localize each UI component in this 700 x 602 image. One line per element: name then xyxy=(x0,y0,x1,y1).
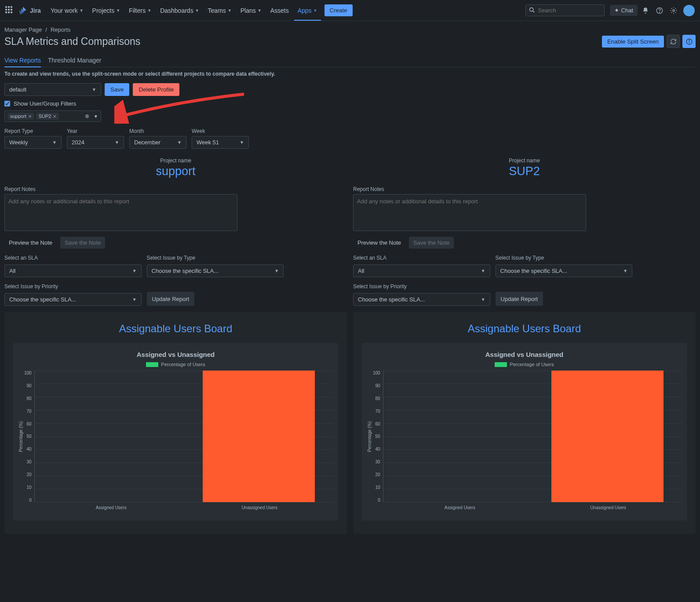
report-notes-input[interactable] xyxy=(353,194,586,231)
chevron-down-icon: ▼ xyxy=(94,114,98,119)
nav-filters[interactable]: Filters▼ xyxy=(125,4,155,17)
profile-select[interactable]: default▼ xyxy=(4,83,101,96)
help-icon[interactable] xyxy=(653,4,666,17)
tag-sup2: SUP2✕ xyxy=(36,113,59,120)
update-report-button[interactable]: Update Report xyxy=(147,292,195,306)
report-type-select[interactable]: Weekly▼ xyxy=(4,136,62,149)
search-box xyxy=(525,4,605,16)
user-avatar[interactable] xyxy=(683,5,695,16)
chevron-down-icon: ▼ xyxy=(228,8,232,13)
clear-tags-icon[interactable]: ⊗ xyxy=(85,113,89,119)
nav-projects[interactable]: Projects▼ xyxy=(89,4,124,17)
nav-teams[interactable]: Teams▼ xyxy=(204,4,235,17)
priority-select[interactable]: Choose the specific SLA...▼ xyxy=(353,293,490,306)
tab-threshold-manager[interactable]: Threshold Manager xyxy=(48,54,101,67)
issue-type-select[interactable]: Choose the specific SLA...▼ xyxy=(496,264,633,277)
jira-icon xyxy=(18,6,27,15)
breadcrumb: Manager Page / Reports xyxy=(4,26,696,33)
chevron-down-icon: ▼ xyxy=(195,8,199,13)
info-button[interactable] xyxy=(682,35,696,48)
year-label: Year xyxy=(67,128,124,134)
year-select[interactable]: 2024▼ xyxy=(67,136,124,149)
app-switcher-icon[interactable] xyxy=(5,6,14,15)
nav-apps[interactable]: Apps▼ xyxy=(294,0,321,21)
sla-label: Select an SLA xyxy=(353,255,490,261)
week-select[interactable]: Week 51▼ xyxy=(192,136,249,149)
chevron-down-icon: ▼ xyxy=(481,268,485,273)
create-button[interactable]: Create xyxy=(324,4,353,16)
nav-your-work[interactable]: Your work▼ xyxy=(47,4,87,17)
chart-bar xyxy=(203,371,315,502)
nav-dashboards[interactable]: Dashboards▼ xyxy=(157,4,202,17)
issue-type-select[interactable]: Choose the specific SLA...▼ xyxy=(147,264,284,277)
chevron-down-icon: ▼ xyxy=(623,268,627,273)
breadcrumb-parent[interactable]: Manager Page xyxy=(4,26,42,33)
save-note-button: Save the Note xyxy=(409,237,454,249)
project-label: Project name xyxy=(353,158,696,164)
project-name: support xyxy=(4,165,347,178)
search-input[interactable] xyxy=(525,4,605,16)
month-select[interactable]: December▼ xyxy=(129,136,186,149)
jira-logo[interactable]: Jira xyxy=(18,6,41,15)
update-report-button[interactable]: Update Report xyxy=(496,292,543,306)
show-filters-input[interactable] xyxy=(4,101,10,106)
sla-select[interactable]: All▼ xyxy=(4,264,142,277)
svg-point-4 xyxy=(673,10,674,11)
preview-note-button[interactable]: Preview the Note xyxy=(353,237,405,249)
tab-view-reports[interactable]: View Reports xyxy=(4,54,41,67)
week-label: Week xyxy=(192,128,249,134)
chevron-down-icon: ▼ xyxy=(274,268,279,273)
project-name: SUP2 xyxy=(353,165,696,178)
report-type-label: Report Type xyxy=(4,128,62,134)
enable-split-screen-button[interactable]: Enable Split Screen xyxy=(602,36,664,48)
nav-plans[interactable]: Plans▼ xyxy=(237,4,265,17)
sla-select[interactable]: All▼ xyxy=(353,264,490,277)
search-icon xyxy=(529,7,535,14)
chevron-down-icon: ▼ xyxy=(116,8,120,13)
priority-select[interactable]: Choose the specific SLA...▼ xyxy=(4,293,142,306)
chevron-down-icon: ▼ xyxy=(52,140,57,145)
chart-bar xyxy=(551,371,664,502)
y-axis-label: Percentage (%) xyxy=(366,371,373,503)
svg-point-0 xyxy=(529,8,533,11)
top-nav: Jira Your work▼ Projects▼ Filters▼ Dashb… xyxy=(0,0,700,21)
save-profile-button[interactable]: Save xyxy=(105,83,129,96)
info-icon xyxy=(686,38,693,45)
save-note-button: Save the Note xyxy=(60,237,105,249)
remove-tag-icon[interactable]: ✕ xyxy=(53,114,56,119)
chevron-down-icon: ▼ xyxy=(258,8,262,13)
settings-icon[interactable] xyxy=(667,4,680,17)
chart-plot xyxy=(34,371,334,503)
issue-type-label: Select Issue by Type xyxy=(147,255,284,261)
chevron-down-icon: ▼ xyxy=(92,87,96,92)
chevron-down-icon: ▼ xyxy=(177,140,182,145)
breadcrumb-current[interactable]: Reports xyxy=(51,26,71,33)
remove-tag-icon[interactable]: ✕ xyxy=(28,114,32,119)
report-notes-label: Report Notes xyxy=(353,186,696,192)
chevron-down-icon: ▼ xyxy=(147,8,151,13)
chevron-down-icon: ▼ xyxy=(314,8,317,13)
issue-type-label: Select Issue by Type xyxy=(496,255,633,261)
project-tags-input[interactable]: support✕ SUP2✕ ⊗ ▼ xyxy=(4,110,101,122)
project-label: Project name xyxy=(4,158,347,164)
chart-title: Assigned vs Unassigned xyxy=(366,351,682,358)
report-notes-input[interactable] xyxy=(4,194,237,231)
helper-text: To create and view trends, use the split… xyxy=(4,71,696,77)
y-ticks: 1009080706050403020100 xyxy=(24,371,34,503)
chart-plot xyxy=(383,371,682,503)
priority-label: Select Issue by Priority xyxy=(4,283,142,290)
chevron-down-icon: ▼ xyxy=(115,140,119,145)
project-column: Project name support Report Notes Previe… xyxy=(4,158,347,534)
nav-assets[interactable]: Assets xyxy=(267,4,292,17)
delete-profile-button[interactable]: Delete Profile xyxy=(133,83,179,96)
notifications-icon[interactable] xyxy=(639,4,652,17)
chevron-down-icon: ▼ xyxy=(132,268,137,273)
y-axis-label: Percentage (%) xyxy=(18,371,24,503)
legend-swatch xyxy=(146,362,158,367)
chat-button[interactable]: ✦ Chat xyxy=(610,5,638,16)
show-filters-label: Show User/Group Filters xyxy=(14,100,76,107)
preview-note-button[interactable]: Preview the Note xyxy=(4,237,57,249)
x-tick-label: Unassigned Users xyxy=(534,505,683,510)
show-filters-checkbox[interactable]: Show User/Group Filters xyxy=(4,100,696,107)
refresh-button[interactable] xyxy=(667,35,680,48)
